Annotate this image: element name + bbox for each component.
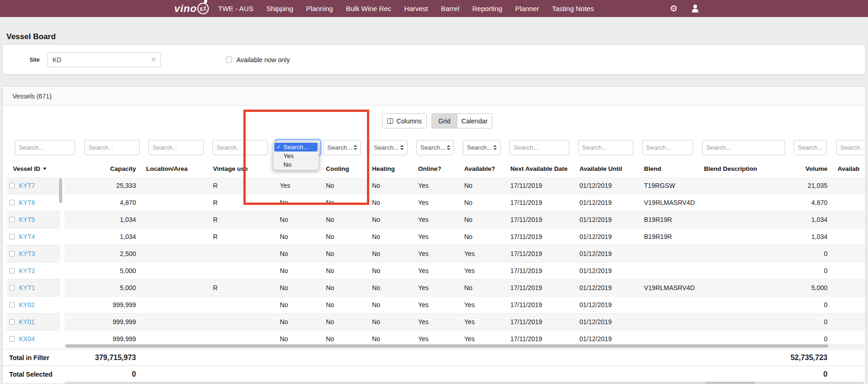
- dropdown-option-yes[interactable]: Yes: [274, 151, 318, 160]
- cell-available_until: 01/12/2019: [574, 182, 638, 189]
- nav-item-barrel[interactable]: Barrel: [441, 5, 460, 12]
- column-header-location[interactable]: Location/Area: [141, 165, 207, 172]
- search-vessel-id-input[interactable]: [15, 140, 75, 155]
- row-checkbox[interactable]: [9, 234, 15, 239]
- page-horizontal-scrollbar-thumb[interactable]: [705, 382, 755, 384]
- column-header-available_until[interactable]: Available Until: [574, 165, 638, 172]
- cell-heating: No: [366, 250, 413, 257]
- calendar-view-button[interactable]: Calendar: [457, 113, 492, 128]
- column-header-heating[interactable]: Heating: [366, 165, 413, 172]
- clear-site-icon[interactable]: ✕: [151, 56, 156, 63]
- cell-capacity: 999,999: [65, 301, 141, 308]
- row-checkbox[interactable]: [9, 251, 15, 256]
- dropdown-option-search[interactable]: ✓ Search...: [274, 143, 318, 151]
- vessel-id-link[interactable]: KYT4: [19, 233, 35, 240]
- search-available-until-input[interactable]: [578, 140, 633, 155]
- column-header-extra[interactable]: Availab: [832, 165, 866, 172]
- vessel-id-frozen-column: KYT7KYT6KYT5KYT4KYT3KYT2KYT1KY02KY01KX04: [7, 177, 60, 344]
- available-now-checkbox[interactable]: [226, 57, 232, 63]
- nav-item-planning[interactable]: Planning: [306, 5, 333, 12]
- search-heating-select[interactable]: Search...: [370, 140, 407, 155]
- column-header-available[interactable]: Available?: [459, 165, 505, 172]
- table-row[interactable]: 1,034RNoNoNoYesNo17/11/201901/12/2019B19…: [65, 211, 865, 228]
- search-next-available-date-input[interactable]: [509, 140, 569, 155]
- search-blend-input[interactable]: [642, 140, 693, 155]
- table-row[interactable]: 999,999NoNoNoYesYes17/11/201901/12/20190: [65, 297, 865, 314]
- cell-col5: No: [274, 318, 320, 326]
- vessel-id-link[interactable]: KYT3: [19, 250, 35, 257]
- dropdown-option-no[interactable]: No: [274, 160, 318, 169]
- cell-cooling: No: [320, 182, 366, 189]
- row-checkbox[interactable]: [9, 285, 15, 291]
- cell-volume: 1,034: [784, 216, 832, 223]
- table-row[interactable]: 5,000RNoNoNoYesNo17/11/201901/12/2019V19…: [65, 279, 865, 297]
- row-checkbox[interactable]: [9, 302, 15, 308]
- search-available-extra-input[interactable]: [836, 140, 866, 155]
- page-horizontal-scrollbar[interactable]: [65, 382, 864, 384]
- search-location-area-input[interactable]: [148, 140, 204, 155]
- settings-gear-icon[interactable]: ⚙: [670, 0, 678, 17]
- cell-next_available: 17/11/2019: [505, 267, 574, 274]
- vessel-id-link[interactable]: KYT1: [19, 284, 35, 291]
- site-input[interactable]: [47, 52, 161, 67]
- cell-col5: No: [274, 216, 320, 223]
- search-cooling-select[interactable]: Search...: [323, 140, 361, 155]
- column-header-vessel-id[interactable]: Vessel ID: [7, 160, 62, 177]
- nav-item-shipping[interactable]: Shipping: [266, 5, 293, 12]
- nav-item-twe-aus[interactable]: TWE - AUS: [218, 5, 254, 12]
- search-available-select[interactable]: Search...: [463, 140, 501, 155]
- horizontal-scrollbar[interactable]: [65, 344, 864, 348]
- vertical-scrollbar[interactable]: [59, 178, 62, 343]
- app-logo[interactable]: vino EZ: [174, 0, 209, 17]
- cell-vintage: R: [207, 284, 274, 291]
- column-header-capacity[interactable]: Capacity: [65, 165, 141, 172]
- column-header-blend_description[interactable]: Blend Description: [698, 165, 784, 172]
- nav-item-bulk-wine-rec[interactable]: Bulk Wine Rec: [346, 5, 391, 12]
- row-checkbox[interactable]: [9, 268, 15, 273]
- column-header-vintage[interactable]: Vintage use: [207, 165, 274, 172]
- search-capacity-input[interactable]: [84, 140, 140, 155]
- cell-online: Yes: [413, 267, 459, 274]
- vessel-id-link[interactable]: KX04: [19, 335, 35, 343]
- vessel-id-link[interactable]: KY01: [19, 318, 35, 326]
- search-online-select[interactable]: Search...: [416, 140, 454, 155]
- row-checkbox[interactable]: [9, 217, 15, 222]
- total-cell-capacity: 379,715,973: [65, 354, 141, 362]
- nav-item-harvest[interactable]: Harvest: [404, 5, 428, 12]
- column-header-blend[interactable]: Blend: [638, 165, 698, 172]
- table-row[interactable]: 999,999NoNoNoYesYes17/11/201901/12/20190: [65, 314, 865, 331]
- vessel-id-link[interactable]: KYT7: [19, 182, 35, 189]
- vessel-id-link[interactable]: KYT5: [19, 216, 35, 223]
- table-row[interactable]: 999,999NoNoNoYesYes17/11/201901/12/20190: [65, 331, 865, 344]
- search-blend-description-input[interactable]: [702, 140, 785, 155]
- search-volume-input[interactable]: [794, 140, 827, 155]
- vessel-id-link[interactable]: KYT6: [19, 199, 35, 206]
- nav-item-tasting-notes[interactable]: Tasting Notes: [552, 5, 594, 12]
- row-checkbox[interactable]: [9, 200, 15, 205]
- columns-button[interactable]: Columns: [382, 113, 427, 128]
- horizontal-scrollbar-thumb[interactable]: [65, 344, 828, 348]
- nav-item-reporting[interactable]: Reporting: [472, 5, 502, 12]
- cell-cooling: No: [320, 216, 366, 223]
- vessel-id-link[interactable]: KYT2: [19, 267, 35, 274]
- table-row[interactable]: 2,500NoNoNoYesYes17/11/201901/12/20190: [65, 245, 865, 262]
- table-body: 25,333RYesNoNoYesNo17/11/201901/12/2019T…: [65, 177, 865, 344]
- nav-item-planner[interactable]: Planner: [515, 5, 539, 12]
- column-header-next_available[interactable]: Next Available Date: [505, 165, 574, 172]
- row-checkbox[interactable]: [9, 319, 15, 325]
- table-row[interactable]: 5,000NoNoNoYesYes17/11/201901/12/20190: [65, 262, 865, 279]
- row-checkbox[interactable]: [9, 336, 15, 342]
- vertical-scrollbar-thumb[interactable]: [59, 178, 62, 203]
- vessel-id-link[interactable]: KY02: [19, 301, 35, 308]
- table-row[interactable]: 25,333RYesNoNoYesNo17/11/201901/12/2019T…: [65, 177, 865, 194]
- row-checkbox[interactable]: [9, 183, 15, 188]
- grid-view-button[interactable]: Grid: [431, 113, 457, 128]
- user-profile-icon[interactable]: [691, 5, 699, 12]
- table-row[interactable]: 4,870RNoNoNoYesNo17/11/201901/12/2019V19…: [65, 194, 865, 211]
- search-vintage-use-input[interactable]: [213, 140, 268, 155]
- table-row[interactable]: 1,034RNoNoNoYesNo17/11/201901/12/2019B19…: [65, 228, 865, 245]
- select-value: Search...: [420, 144, 445, 151]
- column-header-cooling[interactable]: Cooling: [320, 165, 366, 172]
- column-header-volume[interactable]: Volume: [784, 165, 832, 172]
- column-header-online[interactable]: Online?: [413, 165, 459, 172]
